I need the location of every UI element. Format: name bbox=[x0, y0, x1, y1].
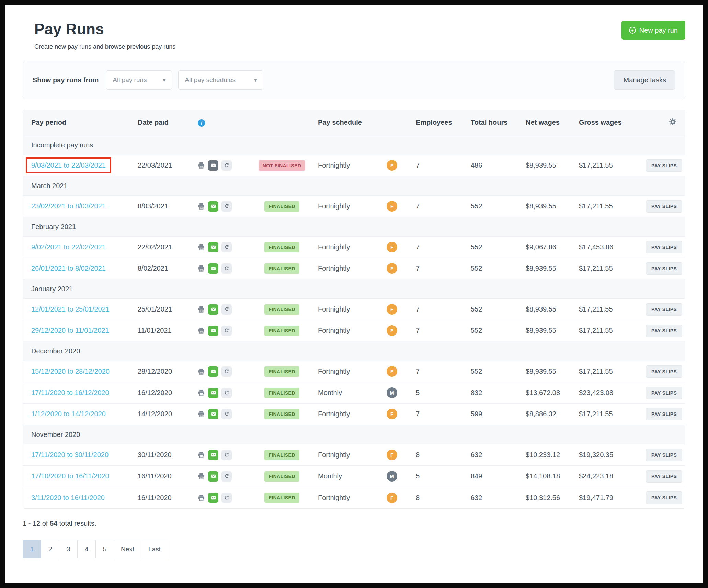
refresh-icon[interactable] bbox=[221, 304, 232, 315]
pay-period-link[interactable]: 26/01/2021 to 8/02/2021 bbox=[31, 264, 106, 272]
group-row: February 2021 bbox=[23, 217, 685, 237]
refresh-icon[interactable] bbox=[221, 471, 232, 482]
email-icon[interactable] bbox=[208, 409, 218, 419]
email-icon[interactable] bbox=[208, 242, 218, 252]
pay-period-link[interactable]: 3/11/2020 to 16/11/2020 bbox=[31, 494, 105, 501]
pay-slips-button[interactable]: PAY SLIPS bbox=[646, 262, 682, 275]
pay-run-row: 29/12/2020 to 11/01/202111/01/2021FINALI… bbox=[23, 320, 685, 341]
net-wages: $8,939.55 bbox=[526, 327, 579, 335]
pay-slips-button[interactable]: PAY SLIPS bbox=[646, 491, 682, 504]
total-hours: 832 bbox=[471, 389, 526, 397]
pagination-button-next[interactable]: Next bbox=[114, 540, 141, 558]
email-icon[interactable] bbox=[208, 450, 218, 460]
pay-slips-button[interactable]: PAY SLIPS bbox=[646, 449, 682, 461]
pay-period-link[interactable]: 17/11/2020 to 16/12/2020 bbox=[31, 389, 109, 396]
status-badge: FINALISED bbox=[264, 366, 299, 377]
refresh-icon[interactable] bbox=[221, 263, 232, 274]
pay-period-link[interactable]: 12/01/2021 to 25/01/2021 bbox=[31, 305, 110, 313]
email-icon[interactable] bbox=[208, 388, 218, 398]
refresh-icon[interactable] bbox=[221, 366, 232, 377]
refresh-icon[interactable] bbox=[221, 493, 232, 503]
status-badge: FINALISED bbox=[264, 493, 299, 503]
pay-slips-button[interactable]: PAY SLIPS bbox=[646, 387, 682, 399]
refresh-icon[interactable] bbox=[221, 388, 232, 398]
pay-period-link[interactable]: 15/12/2020 to 28/12/2020 bbox=[31, 368, 110, 375]
pay-slips-button[interactable]: PAY SLIPS bbox=[646, 241, 682, 253]
new-pay-run-label: New pay run bbox=[639, 26, 678, 34]
pay-period-link[interactable]: 29/12/2020 to 11/01/2021 bbox=[31, 327, 109, 334]
printer-icon[interactable] bbox=[198, 265, 205, 272]
pay-slips-button[interactable]: PAY SLIPS bbox=[646, 365, 682, 378]
info-icon[interactable]: i bbox=[198, 119, 205, 127]
pay-slips-button[interactable]: PAY SLIPS bbox=[646, 325, 682, 337]
pay-schedules-filter-dropdown[interactable]: All pay schedules ▾ bbox=[178, 70, 263, 90]
pay-run-row: 17/11/2020 to 30/11/202030/11/2020FINALI… bbox=[23, 444, 685, 466]
printer-icon[interactable] bbox=[198, 473, 205, 480]
printer-icon[interactable] bbox=[198, 368, 205, 375]
date-paid: 22/03/2021 bbox=[138, 161, 198, 169]
date-paid: 14/12/2020 bbox=[138, 410, 198, 418]
gear-icon[interactable] bbox=[669, 118, 677, 126]
schedule-letter-badge: F bbox=[387, 242, 397, 252]
printer-icon[interactable] bbox=[198, 451, 205, 459]
email-icon[interactable] bbox=[208, 366, 218, 377]
email-icon[interactable] bbox=[208, 201, 218, 212]
printer-icon[interactable] bbox=[198, 306, 205, 313]
email-icon[interactable] bbox=[208, 160, 218, 171]
pay-slips-button[interactable]: PAY SLIPS bbox=[646, 159, 682, 172]
printer-icon[interactable] bbox=[198, 494, 205, 501]
pay-period-link[interactable]: 17/10/2020 to 16/11/2020 bbox=[31, 472, 109, 480]
pay-schedule: Fortnightly bbox=[318, 264, 387, 272]
pagination-button-1[interactable]: 1 bbox=[23, 540, 41, 558]
refresh-icon[interactable] bbox=[221, 326, 232, 336]
printer-icon[interactable] bbox=[198, 389, 205, 396]
pagination-button-5[interactable]: 5 bbox=[95, 540, 114, 558]
pay-schedule: Monthly bbox=[318, 472, 387, 480]
refresh-icon[interactable] bbox=[221, 409, 232, 419]
printer-icon[interactable] bbox=[198, 162, 205, 169]
printer-icon[interactable] bbox=[198, 327, 205, 334]
net-wages: $8,939.55 bbox=[526, 161, 579, 169]
pay-period-link[interactable]: 23/02/2021 to 8/03/2021 bbox=[31, 202, 106, 210]
results-suffix: total results. bbox=[59, 520, 96, 527]
pagination-button-4[interactable]: 4 bbox=[77, 540, 96, 558]
pay-runs-filter-dropdown[interactable]: All pay runs ▾ bbox=[106, 70, 172, 90]
email-icon[interactable] bbox=[208, 263, 218, 274]
pagination: 12345NextLast bbox=[23, 540, 685, 558]
email-icon[interactable] bbox=[208, 326, 218, 336]
email-icon[interactable] bbox=[208, 304, 218, 315]
email-icon[interactable] bbox=[208, 493, 218, 503]
status-badge: FINALISED bbox=[264, 326, 299, 336]
total-hours: 849 bbox=[471, 472, 526, 480]
pagination-button-2[interactable]: 2 bbox=[41, 540, 59, 558]
pay-run-row: 23/02/2021 to 8/03/20218/03/2021FINALISE… bbox=[23, 196, 685, 217]
refresh-icon[interactable] bbox=[221, 450, 232, 460]
schedule-letter-badge: F bbox=[387, 263, 397, 274]
pagination-button-3[interactable]: 3 bbox=[59, 540, 78, 558]
app-window: Pay Runs Create new pay runs and browse … bbox=[5, 5, 703, 583]
pay-schedule: Fortnightly bbox=[318, 202, 387, 210]
pay-slips-button[interactable]: PAY SLIPS bbox=[646, 200, 682, 213]
table-body: Incomplete pay runs9/03/2021 to 22/03/20… bbox=[23, 135, 685, 508]
email-icon[interactable] bbox=[208, 471, 218, 482]
printer-icon[interactable] bbox=[198, 410, 205, 418]
employees-count: 7 bbox=[416, 264, 471, 272]
pay-period-link[interactable]: 1/12/2020 to 14/12/2020 bbox=[31, 410, 106, 418]
pay-slips-button[interactable]: PAY SLIPS bbox=[646, 470, 682, 483]
refresh-icon[interactable] bbox=[221, 242, 232, 252]
refresh-icon[interactable] bbox=[221, 160, 232, 171]
pay-period-link[interactable]: 9/03/2021 to 22/03/2021 bbox=[31, 161, 106, 169]
pay-period-link[interactable]: 17/11/2020 to 30/11/2020 bbox=[31, 451, 109, 459]
gross-wages: $17,211.55 bbox=[579, 327, 646, 335]
pay-slips-button[interactable]: PAY SLIPS bbox=[646, 303, 682, 316]
pay-period-link[interactable]: 9/02/2021 to 22/02/2021 bbox=[31, 243, 106, 251]
refresh-icon[interactable] bbox=[221, 201, 232, 212]
manage-tasks-button[interactable]: Manage tasks bbox=[614, 70, 675, 90]
printer-icon[interactable] bbox=[198, 244, 205, 251]
pay-slips-button[interactable]: PAY SLIPS bbox=[646, 408, 682, 420]
pagination-button-last[interactable]: Last bbox=[141, 540, 168, 558]
printer-icon[interactable] bbox=[198, 203, 205, 210]
new-pay-run-button[interactable]: + New pay run bbox=[621, 21, 685, 40]
gross-wages: $17,211.55 bbox=[579, 264, 646, 272]
total-hours: 632 bbox=[471, 494, 526, 502]
